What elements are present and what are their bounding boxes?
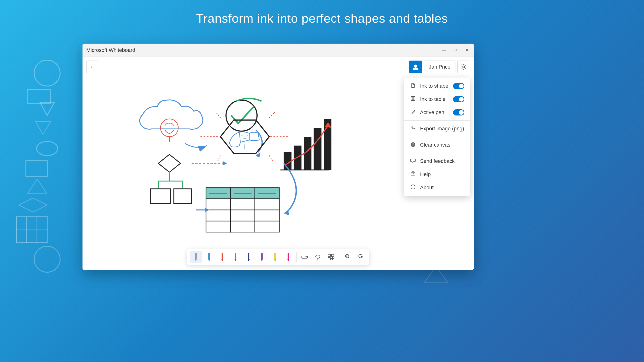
svg-rect-11 — [37, 217, 47, 230]
svg-rect-67 — [206, 221, 230, 232]
svg-rect-62 — [230, 199, 255, 210]
ruler-button[interactable] — [298, 251, 311, 263]
svg-rect-5 — [26, 160, 47, 177]
bar-chart-group — [280, 119, 332, 170]
svg-marker-49 — [158, 154, 180, 172]
context-menu: Ink to shape Ink to — [404, 78, 470, 196]
toolbar-separator-2 — [339, 252, 339, 262]
undo-button[interactable] — [341, 251, 353, 263]
menu-item-help[interactable]: Help — [404, 168, 470, 181]
curve-arrow-group — [284, 163, 296, 216]
svg-rect-1 — [27, 90, 51, 104]
svg-rect-68 — [230, 221, 255, 232]
svg-rect-12 — [16, 230, 27, 243]
help-icon — [410, 171, 416, 178]
send-feedback-icon — [410, 158, 416, 164]
svg-marker-3 — [35, 121, 51, 134]
active-pen-toggle[interactable] — [453, 109, 464, 116]
svg-rect-76 — [411, 96, 415, 101]
svg-marker-6 — [28, 179, 47, 193]
table-group — [206, 188, 279, 232]
svg-rect-63 — [255, 199, 279, 210]
about-label: About — [420, 184, 434, 191]
svg-marker-2 — [40, 102, 54, 116]
svg-rect-100 — [332, 254, 334, 257]
pen-red-button[interactable] — [216, 251, 228, 263]
svg-point-29 — [160, 119, 178, 137]
app-content: ← Jan Price — [82, 57, 474, 270]
ink-to-shape-icon — [410, 83, 416, 89]
svg-rect-46 — [314, 128, 322, 170]
svg-marker-7 — [19, 198, 47, 212]
close-button[interactable]: ✕ — [464, 47, 470, 54]
pen-pink-button[interactable] — [282, 251, 294, 263]
app-title: Microsoft Whiteboard — [86, 47, 135, 53]
top-right-controls: Jan Price — [409, 60, 470, 73]
pen-blue-button[interactable] — [203, 251, 215, 263]
lasso-button[interactable] — [312, 251, 324, 263]
ink-to-shape-toggle[interactable] — [453, 83, 464, 89]
pen-purple-button[interactable] — [256, 251, 268, 263]
user-icon-button[interactable] — [409, 60, 422, 73]
svg-rect-8 — [16, 217, 47, 243]
svg-line-40 — [269, 156, 273, 162]
clear-canvas-icon — [410, 142, 416, 148]
svg-marker-74 — [205, 208, 209, 212]
help-label: Help — [420, 171, 431, 178]
window-controls: — □ ✕ — [441, 47, 470, 54]
pen-green-button[interactable] — [229, 251, 242, 263]
menu-item-ink-to-table[interactable]: Ink to table — [404, 92, 470, 106]
menu-divider-1 — [404, 120, 470, 121]
active-pen-label: Active pen — [420, 109, 444, 116]
redo-button[interactable] — [354, 251, 366, 263]
menu-item-clear-canvas[interactable]: Clear canvas — [404, 138, 470, 152]
svg-rect-54 — [151, 189, 171, 203]
menu-item-about[interactable]: About — [404, 181, 470, 194]
add-button[interactable] — [325, 251, 337, 263]
svg-rect-10 — [27, 217, 37, 230]
toolbar-separator-1 — [296, 252, 296, 262]
svg-line-38 — [269, 112, 275, 118]
about-icon — [410, 184, 416, 191]
svg-rect-83 — [412, 143, 414, 146]
svg-rect-69 — [255, 221, 279, 232]
svg-point-32 — [226, 100, 257, 131]
menu-item-ink-to-shape[interactable]: Ink to shape — [404, 80, 470, 92]
svg-line-37 — [216, 112, 220, 118]
user-name-button[interactable]: Jan Price — [424, 60, 456, 73]
menu-divider-3 — [404, 153, 470, 153]
title-bar: Microsoft Whiteboard — □ ✕ — [82, 44, 474, 57]
svg-rect-44 — [294, 146, 302, 170]
ink-to-table-toggle[interactable] — [453, 96, 464, 102]
menu-item-export-image[interactable]: Export image (png) — [404, 122, 470, 135]
menu-item-active-pen[interactable]: Active pen — [404, 106, 470, 119]
svg-rect-9 — [16, 217, 27, 230]
export-image-label: Export image (png) — [420, 126, 464, 132]
settings-button[interactable] — [457, 60, 470, 73]
maximize-button[interactable]: □ — [452, 47, 459, 54]
ink-to-table-label: Ink to table — [420, 96, 446, 102]
svg-point-97 — [316, 255, 320, 258]
send-feedback-label: Send feedback — [420, 158, 455, 164]
pen-yellow-button[interactable] — [269, 251, 281, 263]
menu-item-send-feedback[interactable]: Send feedback — [404, 154, 470, 168]
svg-point-28 — [463, 66, 464, 68]
ink-to-table-icon — [410, 96, 416, 102]
svg-rect-66 — [255, 210, 279, 221]
svg-point-91 — [413, 186, 413, 186]
svg-point-0 — [34, 60, 60, 86]
back-button[interactable]: ← — [86, 60, 99, 73]
svg-point-4 — [36, 142, 58, 156]
top-toolbar: ← Jan Price — [86, 60, 470, 73]
active-pen-icon — [410, 109, 416, 116]
minimize-button[interactable]: — — [441, 47, 448, 54]
bottom-toolbar — [187, 249, 370, 265]
svg-point-88 — [413, 175, 413, 175]
pen-darkblue-button[interactable] — [242, 251, 255, 263]
svg-point-15 — [34, 246, 60, 272]
svg-rect-65 — [230, 210, 255, 221]
pen-white-button[interactable] — [190, 251, 202, 263]
clear-canvas-label: Clear canvas — [420, 142, 450, 148]
svg-rect-13 — [27, 230, 37, 243]
export-image-icon — [410, 126, 416, 132]
